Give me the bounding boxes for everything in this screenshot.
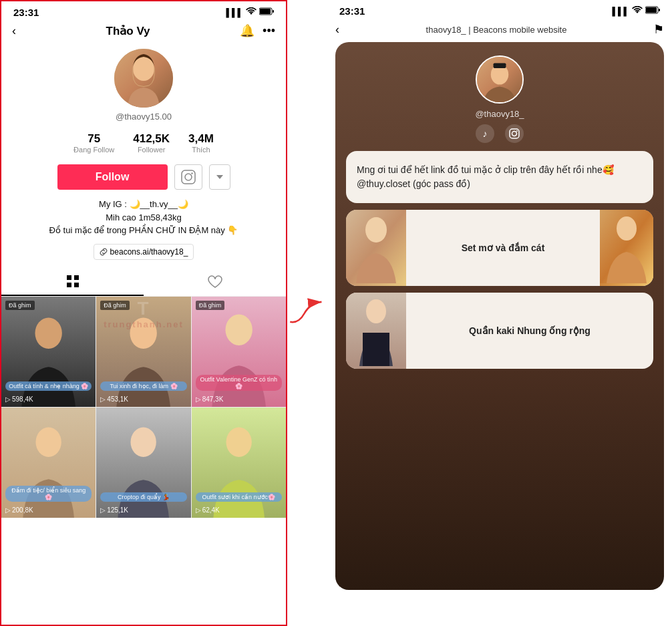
svg-point-39 bbox=[366, 299, 386, 323]
svg-rect-27 bbox=[659, 9, 660, 11]
svg-point-23 bbox=[226, 427, 251, 456]
stats-row: 75 Đang Follow 412,5K Follower 3,4M Thíc… bbox=[1, 126, 286, 158]
video-cell-4[interactable]: Đầm đi tiệc/ biển siêu sang 🌸 ▷ 200,8K bbox=[1, 408, 96, 518]
beacons-card-3-image bbox=[346, 293, 406, 369]
link-icon bbox=[100, 248, 108, 256]
svg-rect-8 bbox=[67, 275, 71, 280]
video-tag-3: Đã ghim bbox=[196, 301, 225, 310]
video-views-5: ▷ 125,1K bbox=[100, 506, 128, 514]
right-phone: 23:31 ▌▌▌ ‹ thaovy18_ | Beacons mobile w… bbox=[327, 0, 672, 626]
svg-point-32 bbox=[512, 132, 517, 136]
username-text: @thaovy15.00 bbox=[116, 112, 172, 122]
beacons-card-2-image-right bbox=[600, 210, 653, 286]
svg-point-33 bbox=[516, 130, 518, 132]
beacons-card-1-text: Mng ơi tui để hết link đồ tui mặc ở clip… bbox=[346, 151, 653, 203]
header-icons: 🔔 ••• bbox=[240, 23, 275, 38]
battery-icon-r bbox=[645, 6, 660, 16]
arrow-container bbox=[287, 0, 327, 626]
tab-grid[interactable] bbox=[1, 268, 144, 296]
left-header: ‹ Thảo Vy 🔔 ••• bbox=[1, 21, 286, 43]
beacons-card-2-image-left bbox=[346, 210, 406, 286]
beacons-page: @thaovy18_ ♪ Mng ơi tui để hết link đồ t… bbox=[335, 42, 664, 590]
svg-point-21 bbox=[131, 427, 156, 456]
beacons-avatar bbox=[476, 55, 524, 104]
follow-button[interactable]: Follow bbox=[57, 164, 168, 190]
svg-point-17 bbox=[225, 314, 252, 345]
svg-point-19 bbox=[35, 427, 61, 456]
likes-label: Thích bbox=[188, 146, 214, 154]
signal-icon-r: ▌▌▌ bbox=[612, 7, 629, 16]
beacons-card-2-label: Set mơ và đắm cát bbox=[406, 210, 600, 286]
time-left: 23:31 bbox=[13, 7, 39, 18]
svg-point-35 bbox=[365, 217, 387, 243]
flag-icon[interactable]: ⚑ bbox=[653, 22, 664, 37]
bio-line-1: My IG : 🌙__th.vy__🌙 bbox=[21, 198, 266, 211]
bio-line-2: Mih cao 1m58,43kg bbox=[21, 211, 266, 224]
video-tag-2: Đã ghim bbox=[100, 301, 130, 310]
video-cell-1[interactable]: Đã ghim Outfit cá tính & nhẹ nhàng 🌸 ▷ 5… bbox=[1, 297, 96, 407]
wifi-icon-r bbox=[632, 6, 643, 16]
browser-back-button[interactable]: ‹ bbox=[335, 23, 339, 37]
more-button[interactable]: ••• bbox=[263, 24, 275, 38]
beacons-username: @thaovy18_ bbox=[475, 109, 524, 119]
bio-link[interactable]: beacons.ai/thaovy18_ bbox=[94, 244, 194, 260]
beacons-social-row: ♪ bbox=[476, 124, 524, 143]
follower-label: Follower bbox=[133, 146, 170, 154]
status-bar-right: 23:31 ▌▌▌ bbox=[327, 0, 672, 19]
time-right: 23:31 bbox=[339, 5, 365, 17]
tab-liked[interactable] bbox=[144, 268, 286, 296]
svg-point-37 bbox=[617, 216, 637, 241]
bio-section: My IG : 🌙__th.vy__🌙 Mih cao 1m58,43kg Đồ… bbox=[1, 194, 286, 263]
back-button[interactable]: ‹ bbox=[12, 24, 16, 38]
video-cell-5[interactable]: Croptop đi quẩy 💃 ▷ 125,1K bbox=[96, 408, 190, 518]
video-label-5: Croptop đi quẩy 💃 bbox=[100, 492, 186, 502]
video-cell-3[interactable]: Đã ghim Outfit Valentine GenZ có tình 🌸 … bbox=[192, 297, 286, 407]
svg-point-4 bbox=[133, 57, 154, 81]
bell-button[interactable]: 🔔 bbox=[240, 23, 255, 38]
left-phone: 23:31 ▌▌▌ ‹ Thảo Vy 🔔 ••• bbox=[0, 0, 287, 626]
svg-rect-31 bbox=[510, 129, 519, 138]
svg-rect-30 bbox=[494, 63, 506, 68]
status-bar-left: 23:31 ▌▌▌ bbox=[1, 1, 286, 21]
tiktok-icon[interactable]: ♪ bbox=[476, 124, 494, 143]
dropdown-button[interactable] bbox=[209, 164, 230, 190]
battery-icon bbox=[259, 7, 274, 17]
page-title: Thảo Vy bbox=[106, 24, 150, 38]
video-grid: Đã ghim Outfit cá tính & nhẹ nhàng 🌸 ▷ 5… bbox=[1, 297, 286, 518]
svg-point-13 bbox=[35, 317, 61, 348]
video-views-4: ▷ 200,8K bbox=[5, 506, 33, 514]
signal-icon: ▌▌▌ bbox=[226, 8, 243, 17]
tabs-row bbox=[1, 268, 286, 297]
svg-rect-26 bbox=[646, 7, 657, 13]
svg-rect-9 bbox=[74, 275, 79, 280]
video-label-3: Outfit Valentine GenZ có tình 🌸 bbox=[196, 375, 282, 391]
instagram-icon[interactable] bbox=[505, 124, 524, 143]
video-cell-6[interactable]: Outfit sươi khi cần nước🌸 ▷ 62,4K bbox=[192, 408, 286, 518]
bio-link-text: beacons.ai/thaovy18_ bbox=[110, 246, 188, 258]
svg-point-6 bbox=[185, 174, 192, 180]
video-views-6: ▷ 62,4K bbox=[196, 506, 220, 514]
video-label-4: Đầm đi tiệc/ biển siêu sang 🌸 bbox=[5, 486, 92, 502]
svg-rect-40 bbox=[363, 333, 389, 366]
direction-arrow bbox=[287, 293, 327, 333]
instagram-button[interactable] bbox=[174, 164, 202, 190]
beacons-card-1[interactable]: Mng ơi tui để hết link đồ tui mặc ở clip… bbox=[346, 151, 653, 203]
video-views-1: ▷ 598,4K bbox=[5, 396, 33, 403]
following-label: Đang Follow bbox=[73, 146, 114, 154]
beacons-card-2[interactable]: Set mơ và đắm cát bbox=[346, 210, 653, 286]
beacons-card-3[interactable]: Quần kaki Nhung ống rộng bbox=[346, 293, 653, 369]
svg-rect-10 bbox=[67, 283, 71, 287]
avatar-section: @thaovy15.00 bbox=[1, 43, 286, 126]
browser-url-title: thaovy18_ | Beacons mobile website bbox=[345, 25, 648, 35]
svg-rect-11 bbox=[74, 283, 79, 287]
video-views-2: ▷ 453,1K bbox=[100, 396, 128, 403]
stat-followers: 412,5K Follower bbox=[133, 132, 170, 154]
stat-likes: 3,4M Thích bbox=[188, 132, 214, 154]
video-tag-1: Đã ghim bbox=[5, 301, 35, 310]
video-cell-2[interactable]: Đã ghim Tui xinh đi học, đi làm 🌸 ▷ 453,… bbox=[96, 297, 190, 407]
svg-rect-5 bbox=[182, 170, 195, 184]
video-label-6: Outfit sươi khi cần nước🌸 bbox=[196, 492, 282, 502]
svg-rect-2 bbox=[273, 10, 274, 13]
wifi-icon bbox=[246, 7, 257, 17]
status-icons-left: ▌▌▌ bbox=[226, 7, 274, 17]
